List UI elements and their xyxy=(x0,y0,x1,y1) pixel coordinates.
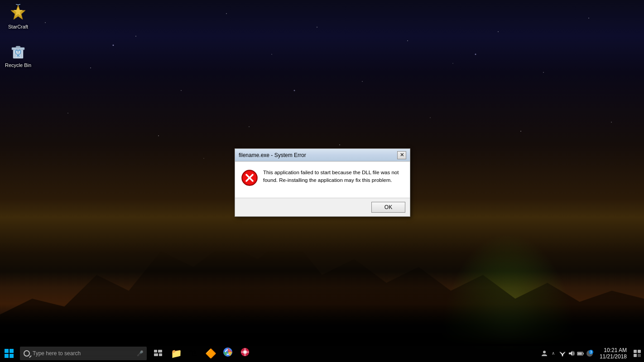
vlc-icon: 🔶 xyxy=(205,348,216,359)
tent-glow xyxy=(440,233,576,346)
desktop-icon-starcraft[interactable]: StarCraft xyxy=(2,2,34,31)
svg-point-33 xyxy=(562,355,563,356)
dialog-footer: OK xyxy=(235,198,410,216)
taskbar-app-file-explorer[interactable]: 📁 xyxy=(168,344,185,362)
notification-count-icon: 3 xyxy=(586,350,593,357)
error-dialog: filename.exe - System Error ✕ This appli… xyxy=(235,148,410,217)
svg-rect-17 xyxy=(5,354,9,358)
ok-button[interactable]: OK xyxy=(371,202,405,213)
recycle-bin-label: Recycle Bin xyxy=(5,62,31,68)
error-icon xyxy=(241,170,258,186)
search-bar[interactable]: Type here to search 🎤 xyxy=(20,347,147,360)
file-explorer-icon: 📁 xyxy=(171,348,182,359)
people-tray-icon[interactable] xyxy=(541,350,548,357)
svg-rect-29 xyxy=(245,354,245,356)
svg-rect-41 xyxy=(634,354,637,357)
microphone-icon[interactable]: 🎤 xyxy=(137,350,143,357)
task-view-icon xyxy=(154,350,162,357)
starcraft-icon xyxy=(9,4,27,22)
dialog-close-button[interactable]: ✕ xyxy=(397,151,406,159)
svg-rect-16 xyxy=(10,349,14,353)
task-view-button[interactable] xyxy=(149,344,167,362)
taskbar-app-store[interactable]: 🛍 xyxy=(185,344,202,362)
svg-rect-20 xyxy=(158,350,162,352)
svg-rect-30 xyxy=(241,352,243,352)
desktop-icon-recycle-bin[interactable]: Recycle Bin xyxy=(2,41,34,70)
svg-rect-18 xyxy=(10,354,14,358)
volume-tray-icon[interactable] xyxy=(568,350,575,357)
taskbar-app-settings[interactable] xyxy=(236,344,254,362)
recycle-bin-icon xyxy=(9,43,27,61)
svg-rect-36 xyxy=(583,353,584,354)
svg-rect-39 xyxy=(634,350,637,353)
dialog-body: This application failed to start because… xyxy=(235,162,410,198)
dialog-titlebar: filename.exe - System Error ✕ xyxy=(235,149,410,162)
windows-logo-icon xyxy=(5,349,14,358)
app-settings-icon xyxy=(240,348,250,359)
svg-rect-42 xyxy=(638,354,641,357)
svg-rect-19 xyxy=(154,350,157,352)
show-hidden-icons-button[interactable]: ∧ xyxy=(550,350,557,357)
clock-time: 10:21 AM xyxy=(604,347,627,353)
svg-rect-21 xyxy=(154,353,158,356)
svg-rect-15 xyxy=(5,349,9,353)
network-tray-icon[interactable] xyxy=(559,350,566,357)
svg-point-32 xyxy=(543,351,546,353)
svg-rect-31 xyxy=(247,352,249,352)
store-icon: 🛍 xyxy=(189,348,198,358)
system-tray: ∧ xyxy=(538,344,644,362)
svg-marker-34 xyxy=(569,351,572,356)
svg-point-27 xyxy=(243,350,247,354)
svg-rect-40 xyxy=(638,350,641,353)
svg-rect-7 xyxy=(16,46,20,48)
notification-center-button[interactable] xyxy=(630,344,644,362)
dialog-title: filename.exe - System Error xyxy=(239,152,306,158)
desktop: StarCraft xyxy=(0,0,644,362)
taskbar: Type here to search 🎤 📁 🛍 🔶 xyxy=(0,344,644,362)
svg-rect-37 xyxy=(578,352,582,355)
search-icon xyxy=(24,350,30,357)
battery-tray-icon[interactable] xyxy=(577,350,584,357)
svg-rect-22 xyxy=(159,353,162,356)
svg-rect-28 xyxy=(245,348,245,350)
chrome-icon xyxy=(223,347,233,359)
start-button[interactable] xyxy=(0,344,18,362)
starcraft-label: StarCraft xyxy=(8,24,28,29)
tray-icons: ∧ xyxy=(538,350,596,357)
clock[interactable]: 10:21 AM 11/21/2018 xyxy=(596,344,630,362)
taskbar-app-chrome[interactable] xyxy=(219,344,236,362)
taskbar-app-vlc[interactable]: 🔶 xyxy=(202,344,219,362)
clock-date: 11/21/2018 xyxy=(600,353,627,360)
dialog-message: This application failed to start because… xyxy=(263,169,404,185)
search-placeholder: Type here to search xyxy=(33,350,134,357)
